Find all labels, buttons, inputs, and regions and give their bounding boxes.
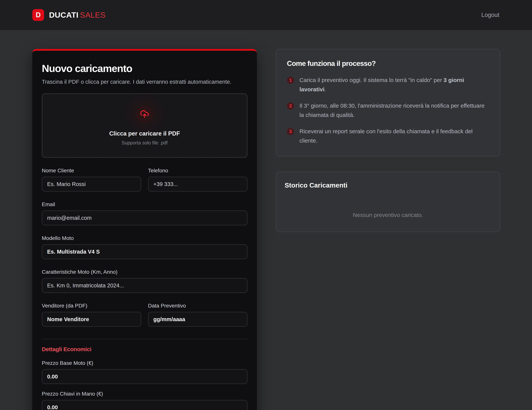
app-header: D DUCATISALES Logout <box>0 0 532 30</box>
brand: D DUCATISALES <box>32 9 106 21</box>
history-panel-title: Storico Caricamenti <box>285 182 491 189</box>
data-preventivo-label: Data Preventivo <box>148 303 247 309</box>
prezzo-base-label: Prezzo Base Moto (€) <box>42 360 247 366</box>
brand-primary: DUCATI <box>49 11 78 19</box>
telefono-label: Telefono <box>148 168 247 174</box>
process-step: 1Carica il preventivo oggi. Il sistema l… <box>287 75 489 94</box>
step-text: Carica il preventivo oggi. Il sistema lo… <box>299 75 489 94</box>
history-empty-message: Nessun preventivo caricato. <box>285 212 491 218</box>
email-input[interactable] <box>42 210 247 225</box>
step-text: Riceverai un report serale con l'esito d… <box>299 127 489 145</box>
upload-glow-circle <box>136 106 153 123</box>
ducati-logo-icon: D <box>32 9 44 21</box>
brand-title: DUCATISALES <box>49 11 106 19</box>
page-subtitle: Trascina il PDF o clicca per caricare. I… <box>42 79 247 85</box>
economics-section-title: Dettagli Economici <box>42 346 247 353</box>
pdf-dropzone[interactable]: Clicca per caricare il PDF Supporta solo… <box>42 93 247 158</box>
field-venditore: Venditore (da PDF) <box>42 303 141 327</box>
step-text: Il 3° giorno, alle 08:30, l'amministrazi… <box>299 101 489 119</box>
brand-secondary: SALES <box>80 11 106 19</box>
process-step: 3Riceverai un report serale con l'esito … <box>287 127 489 145</box>
page-title: Nuovo caricamento <box>42 63 247 74</box>
field-prezzo-base: Prezzo Base Moto (€) <box>42 360 247 384</box>
data-preventivo-input[interactable] <box>148 312 247 327</box>
nome-cliente-input[interactable] <box>42 177 141 191</box>
nome-cliente-label: Nome Cliente <box>42 168 141 174</box>
field-data-preventivo: Data Preventivo <box>148 303 247 327</box>
right-column: Come funziona il processo? 1Carica il pr… <box>276 49 500 232</box>
caratteristiche-label: Caratteristiche Moto (Km, Anno) <box>42 269 247 275</box>
upload-cloud-icon <box>140 109 149 119</box>
process-panel-title: Come funziona il processo? <box>287 60 489 68</box>
field-telefono: Telefono <box>148 168 247 191</box>
field-modello-moto: Modello Moto <box>42 235 247 259</box>
field-nome-cliente: Nome Cliente <box>42 168 141 191</box>
telefono-input[interactable] <box>148 177 247 191</box>
prezzo-chiavi-input[interactable] <box>42 400 247 410</box>
process-steps-list: 1Carica il preventivo oggi. Il sistema l… <box>287 75 489 146</box>
step-number-badge: 1 <box>287 77 294 84</box>
email-label: Email <box>42 201 247 208</box>
section-divider <box>42 339 247 339</box>
caratteristiche-input[interactable] <box>42 278 247 293</box>
step-number-badge: 3 <box>287 128 294 135</box>
logout-button[interactable]: Logout <box>481 12 499 18</box>
history-panel: Storico Caricamenti Nessun preventivo ca… <box>276 172 500 232</box>
new-upload-card: Nuovo caricamento Trascina il PDF o clic… <box>32 49 257 410</box>
modello-moto-input[interactable] <box>42 244 247 259</box>
prezzo-chiavi-label: Prezzo Chiavi in Mano (€) <box>42 391 247 397</box>
venditore-label: Venditore (da PDF) <box>42 303 141 309</box>
prezzo-base-input[interactable] <box>42 369 247 384</box>
modello-moto-label: Modello Moto <box>42 235 247 241</box>
dropzone-hint: Supporta solo file .pdf <box>122 140 168 146</box>
process-info-panel: Come funziona il processo? 1Carica il pr… <box>276 49 500 156</box>
process-step: 2Il 3° giorno, alle 08:30, l'amministraz… <box>287 101 489 119</box>
venditore-input[interactable] <box>42 312 141 327</box>
main-content: Nuovo caricamento Trascina il PDF o clic… <box>0 30 532 410</box>
field-email: Email <box>42 201 247 225</box>
step-number-badge: 2 <box>287 102 294 109</box>
field-prezzo-chiavi: Prezzo Chiavi in Mano (€) <box>42 391 247 410</box>
field-caratteristiche: Caratteristiche Moto (Km, Anno) <box>42 269 247 293</box>
dropzone-title: Clicca per caricare il PDF <box>109 130 180 137</box>
